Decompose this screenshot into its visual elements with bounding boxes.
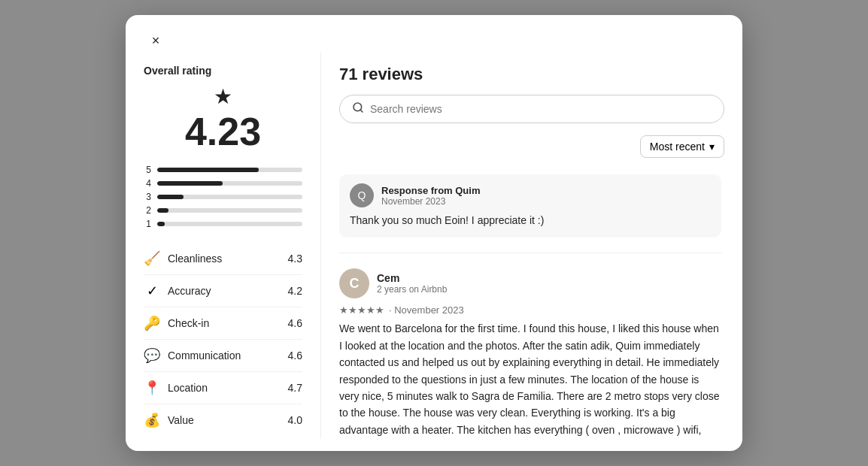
category-score: 4.7 (288, 382, 302, 394)
bar-track (157, 168, 302, 172)
star-bar-row: 2 (144, 205, 302, 216)
big-score: 4.23 (185, 112, 261, 151)
bar-track (157, 195, 302, 199)
search-input[interactable] (370, 103, 712, 115)
rating-hero: ★ 4.23 (144, 84, 302, 151)
review-item: Q Response from Quim November 2023 Thank… (339, 174, 721, 253)
reviewer-row: C Cem 2 years on Airbnb (339, 268, 721, 298)
reviewer-avatar: C (339, 268, 369, 298)
modal-header: × (126, 15, 742, 53)
star-icon: ★ (214, 84, 232, 109)
star-bar-label: 4 (144, 178, 151, 189)
category-left: 💰 Value (144, 412, 194, 428)
star-bar-label: 5 (144, 165, 151, 175)
bar-fill (157, 222, 165, 226)
category-item: ✓ Accuracy 4.2 (144, 275, 302, 307)
category-name: Location (168, 382, 208, 394)
response-date: November 2023 (381, 196, 480, 207)
category-score: 4.2 (288, 285, 302, 297)
category-score: 4.0 (288, 414, 302, 426)
right-panel: 71 reviews Most recent ▾ (321, 53, 742, 439)
overall-rating-label: Overall rating (144, 65, 302, 77)
reviews-header: 71 reviews (339, 65, 724, 84)
bar-fill (157, 181, 223, 186)
left-panel: Overall rating ★ 4.23 5 4 3 2 (126, 53, 321, 439)
star-bar-row: 3 (144, 192, 302, 202)
chevron-down-icon: ▾ (709, 141, 715, 153)
category-item: 💬 Communication 4.6 (144, 340, 302, 372)
sort-label: Most recent (650, 141, 705, 153)
category-score: 4.3 (288, 253, 302, 265)
category-name: Accuracy (168, 285, 211, 297)
location-icon: 📍 (144, 380, 160, 396)
star-bar-label: 3 (144, 192, 151, 202)
category-left: 🧹 Cleanliness (144, 250, 222, 267)
bar-fill (157, 208, 168, 213)
checkin-icon: 🔑 (144, 315, 160, 331)
category-name: Check-in (168, 317, 209, 329)
response-avatar: Q (350, 183, 374, 207)
category-left: ✓ Accuracy (144, 283, 211, 299)
category-left: 📍 Location (144, 380, 208, 396)
modal-overlay: × Overall rating ★ 4.23 5 4 (0, 0, 868, 466)
category-item: 💰 Value 4.0 (144, 404, 302, 436)
star-bar-row: 5 (144, 165, 302, 175)
category-list: 🧹 Cleanliness 4.3 ✓ Accuracy 4.2 🔑 Check… (144, 243, 302, 436)
category-item: 🧹 Cleanliness 4.3 (144, 243, 302, 275)
modal-body: Overall rating ★ 4.23 5 4 3 2 (126, 53, 742, 451)
search-icon (352, 101, 364, 116)
response-meta: Response from Quim November 2023 (381, 185, 480, 207)
star-bar-row: 1 (144, 219, 302, 229)
category-score: 4.6 (288, 317, 302, 329)
sort-row: Most recent ▾ (339, 135, 724, 158)
reviewer-info: Cem 2 years on Airbnb (377, 272, 447, 295)
response-header: Q Response from Quim November 2023 (350, 183, 711, 207)
star-bar-label: 1 (144, 219, 151, 229)
svg-line-1 (360, 110, 363, 112)
response-block: Q Response from Quim November 2023 Thank… (339, 174, 721, 238)
sort-dropdown[interactable]: Most recent ▾ (640, 135, 724, 158)
communication-icon: 💬 (144, 347, 160, 364)
reviews-count: 71 reviews (339, 65, 423, 84)
reviews-modal: × Overall rating ★ 4.23 5 4 (126, 15, 742, 451)
bar-fill (157, 168, 259, 172)
reviewer-meta: 2 years on Airbnb (377, 284, 447, 295)
category-left: 🔑 Check-in (144, 315, 209, 331)
search-box[interactable] (339, 95, 724, 123)
star-bars: 5 4 3 2 1 (144, 165, 302, 229)
accuracy-icon: ✓ (144, 283, 160, 299)
reviews-list: Q Response from Quim November 2023 Thank… (339, 167, 724, 439)
reviewer-name: Cem (377, 272, 447, 284)
review-text: We went to Barcelona for the first time.… (339, 320, 721, 439)
bar-track (157, 181, 302, 186)
category-name: Value (168, 414, 194, 426)
star-bar-row: 4 (144, 178, 302, 189)
review-date: ★★★★★ · November 2023 (339, 304, 721, 316)
review-stars: ★★★★★ (339, 304, 384, 316)
category-item: 📍 Location 4.7 (144, 372, 302, 404)
response-text: Thank you so much Eoin! I appreciate it … (350, 212, 711, 228)
value-icon: 💰 (144, 412, 160, 428)
review-item: C Cem 2 years on Airbnb ★★★★★ · November… (339, 268, 721, 439)
category-score: 4.6 (288, 350, 302, 362)
category-left: 💬 Communication (144, 347, 241, 364)
bar-fill (157, 195, 184, 199)
response-name: Response from Quim (381, 185, 480, 196)
close-button[interactable]: × (144, 29, 168, 53)
star-bar-label: 2 (144, 205, 151, 216)
review-date-text: · November 2023 (389, 304, 464, 316)
category-item: 🔑 Check-in 4.6 (144, 307, 302, 340)
bar-track (157, 208, 302, 213)
category-name: Communication (168, 350, 241, 362)
bar-track (157, 222, 302, 226)
category-name: Cleanliness (168, 253, 222, 265)
cleanliness-icon: 🧹 (144, 250, 160, 267)
